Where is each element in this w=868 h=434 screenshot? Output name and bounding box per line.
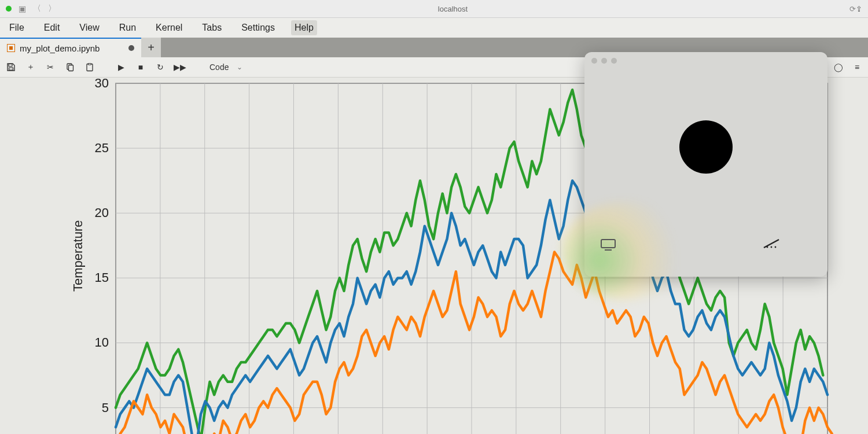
add-cell-icon[interactable]: ＋ [25, 62, 36, 72]
display-icon[interactable] [601, 238, 616, 253]
menu-edit[interactable]: Edit [41, 20, 64, 35]
browser-toolbar: ▣ 〈 〉 localhost ⟳ ⇪ [0, 0, 868, 18]
overlay-traffic-lights[interactable] [591, 58, 617, 64]
menu-view[interactable]: View [76, 20, 102, 35]
mute-slash-icon[interactable] [763, 238, 780, 251]
record-indicator-icon [679, 120, 733, 174]
chevron-down-icon: ⌄ [237, 63, 242, 71]
svg-rect-3 [69, 65, 73, 71]
share-icon[interactable]: ⇪ [856, 5, 862, 13]
unsaved-indicator-icon [128, 45, 134, 51]
svg-point-41 [767, 247, 768, 248]
svg-rect-1 [9, 68, 13, 70]
copy-icon[interactable] [65, 62, 75, 72]
floating-overlay-window[interactable] [584, 52, 827, 277]
notebook-icon [7, 44, 15, 52]
menu-help[interactable]: Help [291, 20, 317, 35]
cell-type-label: Code [209, 62, 229, 72]
menu-run[interactable]: Run [116, 20, 139, 35]
stop-icon[interactable]: ■ [135, 62, 146, 72]
menu-icon[interactable]: ≡ [852, 62, 862, 72]
run-icon[interactable]: ▶ [116, 62, 126, 72]
jupyter-menu-bar: File Edit View Run Kernel Tabs Settings … [0, 18, 868, 38]
forward-icon[interactable]: 〉 [48, 3, 56, 14]
y-axis-label: Temperature [71, 220, 86, 292]
browser-toolbar-center-right: ⟳ [849, 5, 856, 13]
overlay-glow [561, 201, 689, 300]
address-bar[interactable]: localhost [56, 5, 849, 13]
svg-text:20: 20 [95, 205, 109, 220]
run-all-icon[interactable]: ▶▶ [175, 62, 185, 72]
sidebar-toggle-icon[interactable]: ▣ [19, 4, 26, 13]
browser-toolbar-right: ⇪ [856, 5, 862, 13]
save-icon[interactable] [6, 62, 16, 72]
svg-text:5: 5 [102, 400, 109, 415]
svg-text:15: 15 [95, 270, 109, 285]
new-tab-button[interactable]: + [141, 38, 161, 57]
svg-text:10: 10 [95, 335, 109, 350]
svg-text:30: 30 [95, 78, 109, 90]
cell-type-select[interactable]: Code ⌄ [206, 61, 246, 73]
browser-toolbar-left: ▣ 〈 〉 [6, 3, 56, 14]
svg-point-42 [771, 247, 773, 248]
traffic-light-green [6, 6, 12, 12]
svg-text:25: 25 [95, 141, 109, 155]
notebook-tab-label: my_plot_demo.ipynb [20, 43, 100, 53]
paste-icon[interactable] [84, 62, 95, 72]
menu-settings[interactable]: Settings [238, 20, 278, 35]
notebook-tab[interactable]: my_plot_demo.ipynb [0, 38, 141, 57]
toolbar-right: ◯ ≡ [833, 62, 862, 72]
menu-kernel[interactable]: Kernel [152, 20, 186, 35]
menu-tabs[interactable]: Tabs [198, 20, 225, 35]
restart-icon[interactable]: ↻ [155, 62, 165, 72]
svg-rect-0 [9, 64, 12, 67]
kernel-status-icon[interactable]: ◯ [833, 62, 844, 72]
svg-point-43 [775, 247, 777, 248]
svg-rect-5 [89, 64, 91, 65]
reload-icon[interactable]: ⟳ [849, 5, 856, 13]
back-icon[interactable]: 〈 [33, 3, 41, 14]
cut-icon[interactable]: ✂ [45, 62, 56, 72]
svg-rect-38 [601, 240, 615, 248]
menu-file[interactable]: File [6, 20, 28, 35]
